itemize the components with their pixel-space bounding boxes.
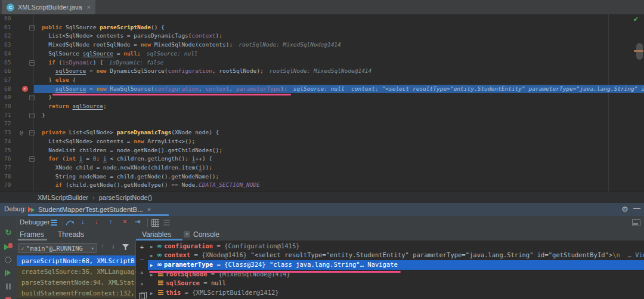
code-line-73[interactable]: 73@− private List<SqlNode> parseDynamicT… — [0, 128, 644, 137]
close-icon[interactable]: × — [147, 206, 151, 213]
code-line-62[interactable]: 62 List<SqlNode> contents = parseDynamic… — [0, 32, 644, 41]
view-breakpoints-icon[interactable] — [5, 257, 11, 263]
line-number: 77 — [4, 164, 11, 172]
variables-panel: ▶∞configuration = {Configuration@1415}▶∞… — [148, 241, 644, 299]
code-line-79[interactable]: 79 if (child.getNode().getNodeType() == … — [0, 181, 644, 190]
code-line-64[interactable]: 64 SqlSource sqlSource = null;sqlSource:… — [0, 50, 644, 58]
move-up-icon[interactable]: ▲ — [136, 270, 148, 275]
tab-variables[interactable]: Variables — [142, 230, 171, 239]
prev-frame-icon[interactable]: ↑ — [101, 242, 104, 249]
expand-arrow-icon[interactable]: ▶ — [150, 289, 156, 298]
line-number: 64 — [4, 50, 11, 58]
force-step-into-icon[interactable]: ↓ — [95, 217, 98, 226]
code-line-63[interactable]: 63 MixedSqlNode rootSqlNode = new MixedS… — [0, 41, 644, 50]
stack-frame-row[interactable]: parseScriptNode:68, XMLScriptBui — [17, 255, 135, 266]
layout-settings-icon[interactable] — [51, 220, 57, 226]
debug-tabs-row: Frames Threads Variables › Console — [0, 229, 644, 241]
code-line-74[interactable]: 74 List<SqlNode> contents = new ArrayLis… — [0, 137, 644, 146]
code-line-71[interactable]: 71− } — [0, 111, 644, 120]
code-text: } — [28, 111, 45, 120]
tab-debugger[interactable]: Debugger — [20, 218, 50, 226]
minimize-icon[interactable]: — — [633, 204, 640, 212]
editor-tab[interactable]: C XMLScriptBuilder.java × — [2, 0, 95, 14]
debug-header: Debug: StudentMapperTest.getStudentB... … — [0, 203, 644, 216]
code-line-78[interactable]: 78 String nodeName = child.getNode().get… — [0, 172, 644, 181]
code-line-61[interactable]: 61− public SqlSource parseScriptNode() { — [0, 23, 644, 32]
line-number: 66 — [4, 67, 11, 76]
breakpoint-icon[interactable]: ✓ — [22, 86, 28, 92]
add-watch-icon[interactable]: + — [136, 243, 148, 251]
stack-frame-row[interactable]: parseStatementNode:94, XMLStatem — [17, 277, 135, 288]
breadcrumb-class[interactable]: XMLScriptBuilder — [38, 194, 88, 201]
code-line-76[interactable]: 76− for (int i = 0; i < children.getLeng… — [0, 155, 644, 164]
restore-layout-icon[interactable] — [632, 219, 640, 226]
duplicate-watch-icon[interactable] — [139, 293, 145, 299]
stack-frame-row[interactable]: buildStatementFromContext:132, X — [17, 288, 135, 298]
code-line-65[interactable]: 65− if (isDynamic) {isDynamic: false — [0, 58, 644, 67]
code-line-60[interactable]: 60 — [0, 14, 644, 23]
expand-spacer — [150, 279, 156, 288]
gear-icon[interactable]: ⚙ — [621, 205, 628, 214]
code-text: private List<SqlNode> parseDynamicTags(X… — [28, 128, 219, 137]
evaluate-expression-icon[interactable] — [151, 219, 159, 227]
rerun-icon[interactable]: ↻ — [0, 228, 17, 237]
step-over-icon[interactable] — [66, 220, 75, 226]
code-text: } — [28, 93, 52, 102]
code-text: MixedSqlNode rootSqlNode = new MixedSqlN… — [28, 41, 341, 50]
line-number: 76 — [4, 155, 11, 164]
tab-frames[interactable]: Frames — [20, 230, 44, 239]
debug-tool-window: Debug: StudentMapperTest.getStudentB... … — [0, 203, 644, 299]
debug-left-toolbar: ↻ — [0, 216, 17, 299]
code-line-72[interactable]: 72 — [0, 119, 644, 128]
step-into-icon[interactable]: ↓ — [81, 217, 85, 226]
tab-threads[interactable]: Threads — [58, 230, 84, 239]
expand-arrow-icon[interactable]: ▶ — [150, 251, 156, 260]
move-down-icon[interactable]: ▼ — [136, 282, 148, 287]
run-to-cursor-icon[interactable]: ⇥ — [135, 217, 140, 226]
pause-program-icon[interactable] — [6, 283, 11, 289]
remove-watch-icon[interactable]: − — [136, 255, 148, 263]
inspections-ok-icon[interactable]: ✔ — [633, 16, 639, 23]
chevron-down-icon: ▾ — [91, 243, 94, 253]
drop-frame-icon[interactable]: × — [123, 217, 126, 226]
code-text: return sqlSource; — [28, 102, 107, 111]
resume-program-icon[interactable] — [5, 270, 11, 276]
expand-arrow-icon[interactable]: ▶ — [150, 242, 156, 251]
code-line-66[interactable]: 66 sqlSource = new DynamicSqlSource(conf… — [0, 67, 644, 76]
gutter-annotation-icon[interactable]: @ — [20, 128, 23, 137]
debugger-toolbar: Debugger ↓ ↓ ↑ × ⇥ — [0, 216, 644, 230]
settings-sliders-icon[interactable] — [163, 220, 170, 226]
console-icon: › — [184, 231, 190, 238]
line-number: 78 — [4, 172, 11, 181]
thread-dropdown[interactable]: ✓"main"@…RUNNING ▾ — [18, 243, 97, 253]
variable-row-sqlSource[interactable]: sqlSource = null — [148, 279, 644, 288]
step-out-icon[interactable]: ↑ — [109, 217, 113, 226]
line-number: 71 — [4, 111, 11, 120]
code-editor[interactable]: 6061− public SqlSource parseScriptNode()… — [0, 14, 644, 192]
code-line-77[interactable]: 77 XNode child = node.newXNode(children.… — [0, 164, 644, 172]
frames-toolbar: ✓"main"@…RUNNING ▾ ↑ ↓ — [17, 241, 135, 255]
ide-window: C XMLScriptBuilder.java × 6061− public S… — [0, 0, 644, 299]
tab-close-icon[interactable]: × — [87, 4, 91, 11]
debug-label: Debug: — [4, 205, 26, 212]
variable-row-parameterType[interactable]: ▶∞parameterType = {Class@324} "class jav… — [148, 260, 644, 270]
expand-arrow-icon[interactable]: ▶ — [150, 261, 156, 270]
filter-funnel-icon[interactable] — [122, 244, 129, 251]
tab-console[interactable]: Console — [193, 230, 219, 239]
code-line-75[interactable]: 75 NodeList children = node.getNode().ge… — [0, 146, 644, 155]
code-line-67[interactable]: 67 } else { — [0, 76, 644, 85]
next-frame-icon[interactable]: ↓ — [112, 242, 115, 249]
code-text: sqlSource = new RawSqlSource(configurati… — [28, 85, 644, 94]
variable-row-this[interactable]: ▶this = {XMLScriptBuilder@1412} — [148, 288, 644, 298]
breadcrumb-method[interactable]: parseScriptNode() — [99, 194, 152, 201]
scrollbar-warning-stripe — [634, 50, 643, 52]
editor-tab-bar: C XMLScriptBuilder.java × — [0, 0, 644, 14]
line-number: 60 — [4, 14, 11, 23]
code-text: List<SqlNode> contents = new ArrayList<>… — [28, 137, 195, 146]
code-line-70[interactable]: 70 return sqlSource; — [0, 102, 644, 111]
code-line-68[interactable]: 68✓ sqlSource = new RawSqlSource(configu… — [0, 85, 644, 94]
code-text: public SqlSource parseScriptNode() { — [28, 23, 165, 32]
variable-row-context[interactable]: ▶∞context = {XNode@1416} "<select result… — [148, 251, 644, 260]
stack-frame-row[interactable]: createSqlSource:36, XMLLanguageD — [17, 266, 135, 277]
variable-row-configuration[interactable]: ▶∞configuration = {Configuration@1415} — [148, 242, 644, 251]
